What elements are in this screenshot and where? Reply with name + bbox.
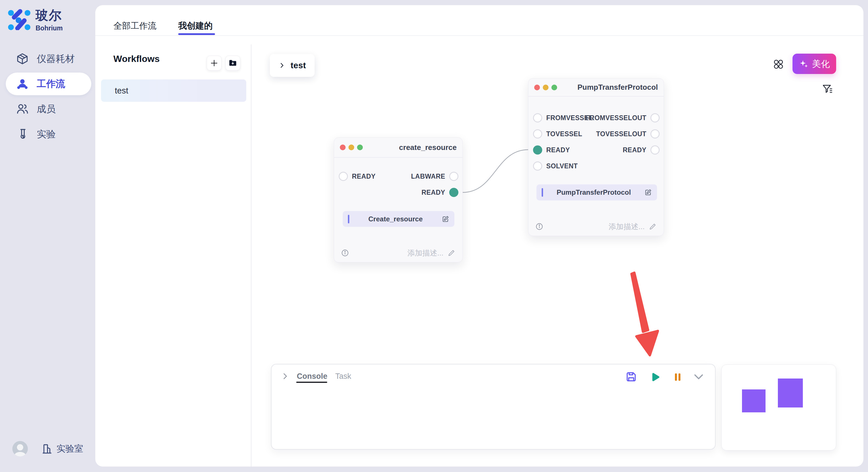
- expand-chevron-icon[interactable]: [281, 372, 289, 380]
- pencil-icon: [447, 249, 456, 257]
- port-dot[interactable]: [449, 172, 458, 181]
- lab-selector[interactable]: 实验室: [41, 443, 83, 455]
- output-port-fromvesselout[interactable]: FROMVESSELOUT: [586, 113, 660, 123]
- traffic-dot-green[interactable]: [357, 144, 363, 150]
- input-port-ready[interactable]: READY: [533, 145, 570, 155]
- sidebar-item-workflow[interactable]: 工作流: [6, 72, 91, 95]
- node-pump-transfer-protocol[interactable]: PumpTransferProtocol FROMVESSEL TOVESSEL…: [528, 78, 664, 236]
- brand-name-cn: 玻尔: [36, 7, 63, 24]
- sidebar-item-label: 工作流: [37, 77, 65, 90]
- sidebar-item-instruments[interactable]: 仪器耗材: [0, 47, 95, 70]
- edit-icon[interactable]: [644, 189, 652, 196]
- port-label: TOVESSELOUT: [596, 130, 646, 138]
- port-label: READY: [546, 146, 570, 154]
- traffic-dots: [534, 85, 557, 90]
- info-icon[interactable]: [341, 249, 349, 257]
- minimap[interactable]: [721, 365, 836, 450]
- console-panel: Console Task: [271, 364, 716, 450]
- brand-logo: 玻尔 Bohrium: [8, 7, 63, 32]
- port-dot-connected[interactable]: [449, 188, 458, 197]
- pencil-icon: [649, 223, 657, 231]
- port-label: LABWARE: [411, 173, 445, 180]
- minimap-node-pump-transfer: [778, 378, 803, 407]
- console-tab[interactable]: Console: [297, 372, 328, 381]
- test-tube-icon: [16, 128, 29, 140]
- node-action-label: PumpTransferProtocol: [543, 189, 644, 196]
- port-dot[interactable]: [533, 129, 542, 138]
- port-dot[interactable]: [650, 129, 660, 138]
- lab-label: 实验室: [57, 443, 83, 455]
- active-tab-underline: [178, 33, 215, 35]
- output-port-ready[interactable]: READY: [422, 188, 458, 197]
- info-icon[interactable]: [535, 223, 544, 231]
- sidebar-footer: 实验室: [12, 441, 83, 457]
- port-dot-connected[interactable]: [533, 145, 542, 155]
- console-tab-underline: [296, 382, 327, 383]
- input-port-fromvessel[interactable]: FROMVESSEL: [533, 113, 593, 123]
- members-icon: [16, 103, 29, 115]
- description-field[interactable]: 添加描述...: [609, 222, 657, 232]
- sparkles-icon: [799, 59, 809, 69]
- port-dot[interactable]: [650, 113, 660, 123]
- workflow-list-item[interactable]: test: [101, 79, 246, 102]
- node-header: create_resource: [334, 138, 462, 158]
- package-icon: [16, 53, 29, 65]
- node-title: PumpTransferProtocol: [578, 83, 658, 92]
- add-workflow-button[interactable]: [207, 56, 222, 71]
- filter-icon[interactable]: [822, 83, 833, 95]
- sidebar-item-members[interactable]: 成员: [0, 98, 95, 121]
- port-dot[interactable]: [533, 162, 542, 171]
- port-label: READY: [352, 173, 376, 180]
- folder-download-icon: [228, 59, 237, 68]
- input-port-tovessel[interactable]: TOVESSEL: [533, 129, 582, 138]
- user-avatar[interactable]: [12, 441, 28, 457]
- output-port-labware[interactable]: LABWARE: [411, 172, 458, 181]
- traffic-dot-yellow[interactable]: [543, 85, 549, 90]
- brand-name-en: Bohrium: [36, 24, 63, 32]
- traffic-dot-red[interactable]: [340, 144, 346, 150]
- port-label: READY: [422, 189, 445, 196]
- bohrium-logo-icon: [8, 9, 30, 30]
- tab-all-workflows[interactable]: 全部工作流: [113, 20, 156, 32]
- input-port-ready[interactable]: READY: [339, 172, 376, 181]
- tab-created-by-me[interactable]: 我创建的: [178, 20, 213, 32]
- pause-icon[interactable]: [672, 371, 683, 383]
- plus-icon: [210, 59, 218, 67]
- command-icon[interactable]: [773, 59, 784, 70]
- node-footer: 添加描述...: [341, 248, 456, 258]
- workflows-panel-title: Workflows: [113, 54, 160, 64]
- output-port-tovesselout[interactable]: TOVESSELOUT: [596, 129, 660, 138]
- node-create-resource[interactable]: create_resource READY LABWARE READY Crea…: [334, 137, 463, 262]
- traffic-dot-yellow[interactable]: [348, 144, 354, 150]
- traffic-dot-red[interactable]: [534, 85, 540, 90]
- breadcrumb-test-chip[interactable]: test: [270, 54, 315, 77]
- description-field[interactable]: 添加描述...: [407, 248, 456, 258]
- traffic-dots: [340, 144, 363, 150]
- minimap-node-create-resource: [742, 390, 766, 412]
- sidebar-item-experiments[interactable]: 实验: [0, 123, 95, 146]
- import-folder-button[interactable]: [225, 56, 240, 71]
- task-tab[interactable]: Task: [335, 372, 351, 381]
- breadcrumb-label: test: [290, 61, 306, 70]
- node-title: create_resource: [399, 143, 457, 152]
- workflow-group-icon: [16, 78, 29, 90]
- collapse-chevron-icon[interactable]: [693, 373, 704, 380]
- output-port-ready[interactable]: READY: [623, 145, 660, 155]
- workflow-canvas[interactable]: test 美化 create_reso: [251, 36, 863, 467]
- run-icon[interactable]: [648, 371, 661, 383]
- save-icon[interactable]: [625, 371, 637, 383]
- port-label: SOLVENT: [546, 162, 578, 170]
- input-port-solvent[interactable]: SOLVENT: [533, 162, 578, 171]
- beautify-button[interactable]: 美化: [793, 54, 836, 74]
- traffic-dot-green[interactable]: [551, 85, 557, 90]
- node-action-pill[interactable]: Create_resource: [343, 211, 454, 227]
- edit-icon[interactable]: [442, 215, 449, 223]
- port-dot[interactable]: [650, 145, 660, 155]
- node-action-pill[interactable]: PumpTransferProtocol: [536, 184, 657, 200]
- sidebar: 玻尔 Bohrium 仪器耗材 工作流: [0, 0, 95, 472]
- beautify-label: 美化: [812, 58, 830, 70]
- sidebar-item-label: 成员: [37, 103, 56, 115]
- port-label: TOVESSEL: [546, 130, 582, 138]
- port-dot[interactable]: [339, 172, 348, 181]
- port-dot[interactable]: [533, 113, 542, 123]
